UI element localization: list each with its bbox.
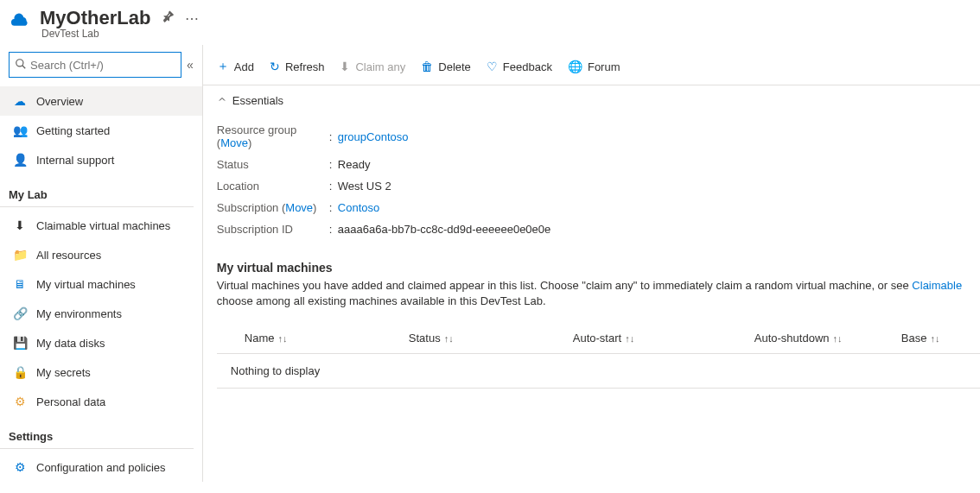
sidebar-item-label: My environments (36, 307, 122, 320)
col-autostart[interactable]: Auto-start↑↓ (573, 332, 754, 344)
sidebar-item-icon: ⚙ (12, 394, 28, 409)
forum-label: Forum (588, 60, 620, 73)
col-name[interactable]: Name↑↓ (245, 332, 409, 344)
claim-any-button: ⬇ Claim any (340, 60, 405, 73)
page-subtitle: DevTest Lab (0, 28, 980, 40)
sidebar-item-label: Getting started (36, 124, 110, 137)
add-label: Add (234, 60, 254, 73)
sidebar-item-icon: 🖥 (12, 276, 28, 292)
sort-icon: ↑↓ (833, 333, 843, 344)
sort-icon: ↑↓ (625, 333, 634, 344)
trash-icon: 🗑 (421, 60, 433, 73)
collapse-sidebar-icon[interactable]: « (187, 58, 194, 72)
col-autoshutdown[interactable]: Auto-shutdown↑↓ (754, 332, 901, 344)
col-status[interactable]: Status↑↓ (409, 332, 573, 344)
sidebar-item-icon: 💾 (12, 335, 28, 351)
sidebar-item-my-secrets[interactable]: 🔒My secrets (0, 357, 202, 387)
delete-button[interactable]: 🗑 Delete (421, 60, 471, 73)
status-value: Ready (338, 158, 371, 171)
essentials-label: Essentials (232, 94, 283, 107)
sidebar-item-label: My virtual machines (36, 278, 136, 291)
sidebar-item-label: All resources (36, 249, 101, 262)
sidebar-item-all-resources[interactable]: 📁All resources (0, 240, 202, 269)
subid-label: Subscription ID (217, 223, 329, 236)
add-button[interactable]: ＋ Add (217, 59, 254, 74)
sidebar-item-overview[interactable]: ☁Overview (0, 86, 202, 116)
col-base[interactable]: Base↑↓ (901, 332, 980, 344)
svg-point-0 (16, 59, 23, 66)
sidebar-item-label: Internal support (36, 154, 114, 167)
sidebar-item-label: My data disks (36, 337, 105, 350)
essentials-toggle[interactable]: Essentials (203, 85, 980, 116)
section-settings: Settings (0, 416, 194, 449)
claimable-link[interactable]: Claimable (912, 279, 962, 292)
more-icon[interactable]: ⋯ (185, 10, 199, 27)
sidebar-item-label: Personal data (36, 395, 105, 408)
labs-logo-icon (9, 7, 31, 29)
chevron-up-icon (217, 94, 227, 107)
globe-icon: 🌐 (568, 60, 582, 73)
search-icon (15, 58, 27, 73)
empty-row: Nothing to display (217, 354, 980, 389)
sort-icon: ↑↓ (444, 333, 454, 344)
sidebar-item-my-virtual-machines[interactable]: 🖥My virtual machines (0, 269, 202, 299)
search-input-wrap[interactable] (9, 52, 181, 78)
search-input[interactable] (30, 59, 175, 72)
sidebar-item-internal-support[interactable]: 👤Internal support (0, 145, 202, 174)
svg-line-1 (22, 65, 26, 68)
sub-label: Subscription (Move) (217, 201, 329, 214)
sidebar-item-label: My secrets (36, 366, 91, 379)
move-sub-link[interactable]: Move (285, 201, 313, 214)
sort-icon: ↑↓ (930, 333, 939, 344)
download-icon: ⬇ (340, 60, 350, 73)
sidebar-item-my-environments[interactable]: 🔗My environments (0, 299, 202, 328)
plus-icon: ＋ (217, 59, 229, 74)
sort-icon: ↑↓ (277, 333, 287, 344)
forum-button[interactable]: 🌐 Forum (568, 60, 620, 73)
refresh-button[interactable]: ↻ Refresh (270, 60, 325, 73)
subid-value: aaaa6a6a-bb7b-cc8c-dd9d-eeeeee0e0e0e (338, 223, 551, 236)
sidebar-item-getting-started[interactable]: 👥Getting started (0, 116, 202, 145)
refresh-label: Refresh (285, 60, 325, 73)
rg-value-link[interactable]: groupContoso (338, 130, 409, 143)
location-label: Location (217, 180, 329, 193)
sidebar-item-label: Configuration and policies (36, 461, 166, 474)
sidebar-item-icon: 🔗 (12, 306, 28, 321)
sidebar-item-icon: ⬇ (12, 218, 28, 233)
sidebar-item-icon: 🔒 (12, 364, 28, 380)
sidebar-item-configuration-and-policies[interactable]: ⚙Configuration and policies (0, 452, 202, 482)
heart-icon: ♡ (487, 60, 498, 73)
rg-label: Resource group (Move) (217, 123, 329, 149)
sidebar-item-icon: 👤 (12, 152, 28, 167)
page-title: MyOtherLab (40, 7, 150, 29)
sidebar-item-label: Claimable virtual machines (36, 219, 170, 232)
location-value: West US 2 (338, 180, 391, 193)
claim-label: Claim any (355, 60, 405, 73)
delete-label: Delete (438, 60, 471, 73)
vm-section-title: My virtual machines (217, 261, 980, 275)
sidebar-item-label: Overview (36, 95, 83, 108)
pin-icon[interactable] (161, 9, 175, 27)
sidebar-item-personal-data[interactable]: ⚙Personal data (0, 387, 202, 416)
sidebar-item-my-data-disks[interactable]: 💾My data disks (0, 328, 202, 357)
refresh-icon: ↻ (270, 60, 280, 73)
sidebar-item-icon: 📁 (12, 247, 28, 262)
sidebar-item-icon: 👥 (12, 123, 28, 138)
status-label: Status (217, 158, 329, 171)
vm-section-desc: Virtual machines you have added and clai… (217, 278, 980, 309)
sidebar-item-icon: ☁ (12, 93, 28, 109)
sidebar-item-icon: ⚙ (12, 459, 28, 475)
move-rg-link[interactable]: Move (220, 136, 248, 149)
section-my-lab: My Lab (0, 174, 194, 207)
sidebar-item-claimable-virtual-machines[interactable]: ⬇Claimable virtual machines (0, 211, 202, 240)
feedback-button[interactable]: ♡ Feedback (487, 60, 552, 73)
feedback-label: Feedback (503, 60, 552, 73)
sub-value-link[interactable]: Contoso (338, 201, 379, 214)
